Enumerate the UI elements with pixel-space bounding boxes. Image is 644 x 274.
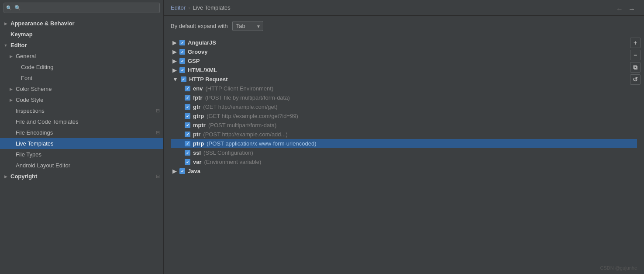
- template-checkbox[interactable]: [185, 132, 190, 137]
- template-checkbox[interactable]: [185, 95, 190, 101]
- sidebar-item-file-encodings[interactable]: File Encodings⊟: [0, 127, 163, 138]
- template-desc: (POST multipart/form-data): [208, 122, 277, 128]
- group-name: GSP: [188, 58, 200, 64]
- breadcrumb-parent[interactable]: Editor: [171, 4, 186, 11]
- expand-label: By default expand with: [171, 23, 228, 29]
- sidebar-item-label: Android Layout Editor: [16, 162, 160, 169]
- group-name: Java: [188, 168, 200, 174]
- template-checkbox[interactable]: [185, 122, 190, 128]
- template-checkbox[interactable]: [185, 104, 190, 110]
- group-row-gsp[interactable]: ▶GSP: [171, 56, 637, 66]
- template-desc: (POST application/x-www-form-urlencoded): [207, 140, 316, 147]
- template-item-ptr[interactable]: ptr (POST http://example.com/add...): [171, 130, 637, 139]
- template-desc: (SSL Configuration): [203, 149, 253, 156]
- template-checkbox[interactable]: [185, 113, 190, 119]
- search-input[interactable]: [3, 3, 160, 13]
- content-area: By default expand with TabSpaceEnter ▼ ▶…: [164, 16, 644, 274]
- template-checkbox[interactable]: [185, 150, 190, 156]
- sidebar-item-editor[interactable]: ▼Editor: [0, 40, 163, 51]
- templates-tree: ▶AngularJS▶Groovy▶GSP▶HTML/XML▼HTTP Requ…: [171, 38, 637, 176]
- template-item-var[interactable]: var (Environment variable): [171, 157, 637, 166]
- group-name: HTML/XML: [188, 67, 217, 73]
- sidebar-item-appearance[interactable]: ▶Appearance & Behavior: [0, 18, 163, 29]
- group-name: AngularJS: [188, 39, 216, 46]
- chevron-icon: ▼: [3, 43, 8, 48]
- group-row-htmlxml[interactable]: ▶HTML/XML: [171, 66, 637, 75]
- settings-icon: ⊟: [156, 173, 160, 179]
- group-checkbox[interactable]: [179, 40, 185, 45]
- template-checkbox[interactable]: [185, 159, 190, 165]
- sidebar-item-file-types[interactable]: File Types: [0, 149, 163, 160]
- group-checkbox[interactable]: [181, 76, 186, 82]
- sidebar-item-file-code-templates[interactable]: File and Code Templates: [0, 116, 163, 127]
- group-name: HTTP Request: [189, 76, 228, 83]
- group-checkbox[interactable]: [179, 49, 185, 55]
- sidebar-item-inspections[interactable]: Inspections⊟: [0, 105, 163, 116]
- content-scroll-container: By default expand with TabSpaceEnter ▼ ▶…: [164, 16, 644, 274]
- chevron-icon: ▶: [172, 58, 177, 64]
- sidebar-item-label: Code Editing: [21, 64, 160, 70]
- copy-button[interactable]: ⧉: [630, 62, 641, 73]
- chevron-icon: ▶: [3, 174, 8, 179]
- template-desc: (POST http://example.com/add...): [203, 131, 287, 138]
- chevron-icon: ▶: [172, 49, 177, 55]
- template-abbr: env: [193, 85, 203, 92]
- breadcrumb-separator: ›: [188, 4, 190, 11]
- nav-back-button[interactable]: ←: [614, 4, 625, 14]
- sidebar-item-copyright[interactable]: ▶Copyright⊟: [0, 171, 163, 182]
- breadcrumb-bar: Editor › Live Templates ← →: [164, 0, 644, 16]
- sidebar-item-label: Keymap: [10, 31, 160, 38]
- sidebar-item-label: File and Code Templates: [16, 118, 160, 125]
- template-abbr: mptr: [193, 122, 206, 128]
- template-item-ssl[interactable]: ssl (SSL Configuration): [171, 148, 637, 157]
- group-checkbox[interactable]: [179, 58, 185, 64]
- chevron-icon: ▶: [9, 54, 13, 59]
- sidebar-item-keymap[interactable]: Keymap: [0, 29, 163, 40]
- template-checkbox[interactable]: [185, 141, 190, 146]
- group-checkbox[interactable]: [179, 67, 185, 73]
- settings-icon: ⊟: [156, 108, 160, 114]
- group-checkbox[interactable]: [179, 168, 185, 174]
- template-abbr: ptr: [193, 131, 200, 138]
- main-content: Editor › Live Templates ← → By default e…: [164, 0, 644, 274]
- chevron-icon: ▶: [172, 168, 177, 174]
- sidebar-item-label: Code Style: [16, 97, 160, 103]
- sidebar-item-android-layout-editor[interactable]: Android Layout Editor: [0, 160, 163, 171]
- sidebar-item-code-style[interactable]: ▶Code Style: [0, 94, 163, 105]
- sidebar-item-color-scheme[interactable]: ▶Color Scheme: [0, 83, 163, 94]
- group-row-java[interactable]: ▶Java: [171, 166, 637, 176]
- nav-forward-button[interactable]: →: [627, 4, 637, 14]
- template-item-mptr[interactable]: mptr (POST multipart/form-data): [171, 121, 637, 130]
- sidebar-item-general[interactable]: ▶General: [0, 51, 163, 62]
- chevron-icon: ▶: [172, 39, 177, 46]
- chevron-icon: ▶: [9, 98, 13, 102]
- search-icon: 🔍: [6, 5, 12, 11]
- template-abbr: ptrp: [193, 140, 204, 147]
- sidebar-item-font[interactable]: Font: [0, 73, 163, 83]
- nav-arrows: ← →: [614, 4, 637, 14]
- sidebar-item-label: File Encodings: [16, 129, 153, 136]
- breadcrumb-current: Live Templates: [193, 4, 230, 11]
- add-button[interactable]: +: [630, 38, 641, 48]
- sidebar-item-label: Inspections: [16, 108, 153, 114]
- expand-select[interactable]: TabSpaceEnter: [232, 21, 263, 31]
- sidebar-item-label: Copyright: [10, 173, 153, 180]
- group-row-http-request[interactable]: ▼HTTP Request: [171, 75, 637, 84]
- template-item-gtrp[interactable]: gtrp (GET http://example.com/get?id=99): [171, 111, 637, 121]
- template-item-env[interactable]: env (HTTP Client Environment): [171, 84, 637, 93]
- group-row-groovy[interactable]: ▶Groovy: [171, 47, 637, 56]
- template-abbr: var: [193, 159, 202, 165]
- template-item-ptrp[interactable]: ptrp (POST application/x-www-form-urlenc…: [171, 139, 637, 148]
- sidebar-item-code-editing[interactable]: Code Editing: [0, 62, 163, 73]
- sidebar-item-live-templates[interactable]: Live Templates: [0, 138, 163, 149]
- template-item-fptr[interactable]: fptr (POST file by multipart/form-data): [171, 93, 637, 102]
- main-layout: 🔍 ▶Appearance & BehaviorKeymap▼Editor▶Ge…: [0, 0, 644, 274]
- template-desc: (POST file by multipart/form-data): [205, 94, 290, 101]
- undo-button[interactable]: ↺: [630, 74, 641, 85]
- remove-button[interactable]: −: [630, 50, 641, 60]
- template-item-gtr[interactable]: gtr (GET http://example.com/get): [171, 102, 637, 111]
- group-row-angularjs[interactable]: ▶AngularJS: [171, 38, 637, 47]
- template-checkbox[interactable]: [185, 86, 190, 91]
- template-desc: (HTTP Client Environment): [205, 85, 273, 92]
- chevron-icon: ▶: [9, 87, 13, 91]
